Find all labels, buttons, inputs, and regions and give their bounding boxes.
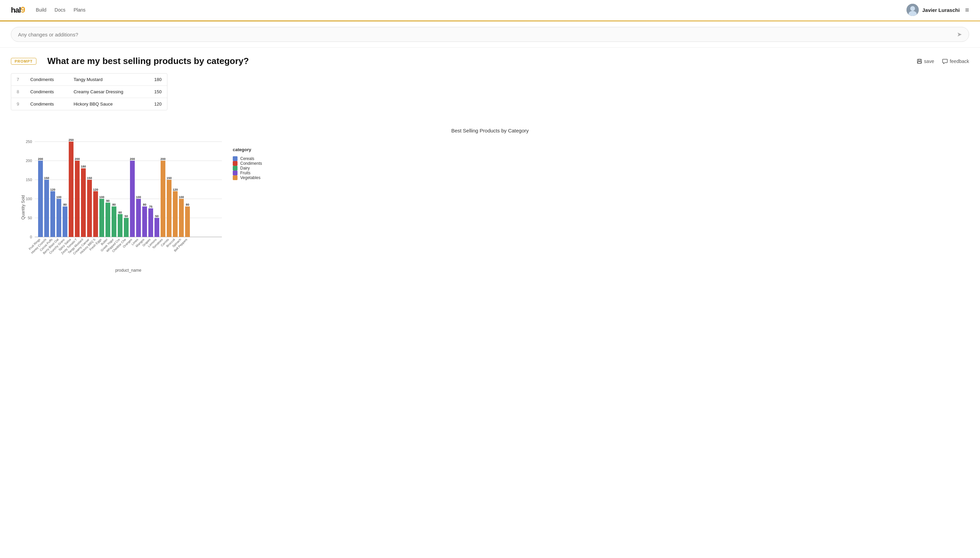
bar xyxy=(160,161,165,237)
save-button[interactable]: save xyxy=(917,59,934,64)
bar xyxy=(142,206,147,237)
prompt-label: PROMPT xyxy=(11,58,36,65)
svg-text:60: 60 xyxy=(118,211,122,214)
search-box: ➤ xyxy=(11,27,969,42)
legend-item: Vegetables xyxy=(233,175,262,180)
username: Javier Luraschi xyxy=(922,7,960,13)
legend-item: Fruits xyxy=(233,171,262,175)
svg-text:100: 100 xyxy=(26,197,32,201)
svg-text:80: 80 xyxy=(186,203,189,206)
header: hal9 Build Docs Plans Javier Luraschi ≡ xyxy=(0,0,980,21)
bar xyxy=(148,208,153,237)
svg-text:80: 80 xyxy=(112,203,116,206)
row-value: 120 xyxy=(144,98,167,110)
svg-text:50: 50 xyxy=(28,216,32,220)
legend-color xyxy=(233,175,237,180)
bar xyxy=(99,199,104,237)
svg-text:90: 90 xyxy=(106,199,110,203)
bar xyxy=(69,142,74,237)
svg-rect-5 xyxy=(918,62,921,63)
nav-docs[interactable]: Docs xyxy=(54,7,65,13)
svg-text:200: 200 xyxy=(26,159,32,163)
nav: Build Docs Plans xyxy=(36,7,85,13)
y-axis-label: Quantity Sold xyxy=(21,195,26,219)
bar xyxy=(38,161,43,237)
bar xyxy=(93,191,98,237)
row-product: Creamy Caesar Dressing xyxy=(68,86,144,98)
row-product: Tangy Mustard xyxy=(68,74,144,86)
bar xyxy=(81,168,86,237)
bar xyxy=(130,161,135,237)
svg-text:150: 150 xyxy=(44,176,49,180)
legend-label: Vegetables xyxy=(240,175,260,180)
bar xyxy=(118,214,123,237)
svg-text:100: 100 xyxy=(99,195,104,199)
svg-text:200: 200 xyxy=(38,157,43,161)
row-num: 9 xyxy=(11,98,25,110)
logo-accent: 9 xyxy=(21,5,25,14)
save-icon xyxy=(917,59,922,64)
bar xyxy=(111,206,116,237)
svg-text:120: 120 xyxy=(93,188,98,191)
chart-section: Best Selling Products by Category Quanti… xyxy=(11,128,969,273)
svg-text:180: 180 xyxy=(81,165,86,168)
prompt-actions: save feedback xyxy=(917,59,969,64)
chart-area: Quantity Sold 050100150200250200Fruit Ri… xyxy=(11,142,222,273)
legend-item: Dairy xyxy=(233,166,262,171)
bar xyxy=(124,218,129,237)
svg-text:50: 50 xyxy=(124,215,128,218)
nav-plans[interactable]: Plans xyxy=(74,7,85,13)
svg-point-1 xyxy=(910,6,915,11)
results-table: 7CondimentsTangy Mustard1808CondimentsCr… xyxy=(11,74,167,110)
svg-text:75: 75 xyxy=(149,205,152,208)
svg-text:250: 250 xyxy=(69,138,74,142)
bar xyxy=(56,199,61,237)
svg-text:80: 80 xyxy=(63,203,67,206)
bar-chart: 050100150200250200Fruit Rings150Honey Cr… xyxy=(35,142,222,264)
send-icon[interactable]: ➤ xyxy=(957,31,962,38)
x-axis-label: product_name xyxy=(35,268,222,273)
legend-color xyxy=(233,156,237,161)
logo-text: hal9 xyxy=(11,5,25,15)
legend-item: Condiments xyxy=(233,161,262,166)
feedback-button[interactable]: feedback xyxy=(942,59,969,64)
menu-icon[interactable]: ≡ xyxy=(965,6,969,14)
svg-text:200: 200 xyxy=(75,157,80,161)
bar xyxy=(75,161,80,237)
bar xyxy=(62,206,67,237)
legend-color xyxy=(233,171,237,175)
legend-label: Fruits xyxy=(240,171,250,175)
legend-items: CerealsCondimentsDairyFruitsVegetables xyxy=(233,156,262,180)
bar xyxy=(136,199,141,237)
row-category: Condiments xyxy=(25,86,68,98)
svg-text:150: 150 xyxy=(26,178,32,182)
data-table: 7CondimentsTangy Mustard1808CondimentsCr… xyxy=(11,73,167,110)
svg-text:100: 100 xyxy=(56,195,61,199)
bar xyxy=(44,180,49,237)
legend-color xyxy=(233,161,237,166)
svg-text:250: 250 xyxy=(26,140,32,144)
row-num: 8 xyxy=(11,86,25,98)
row-num: 7 xyxy=(11,74,25,86)
search-input[interactable] xyxy=(18,32,957,38)
svg-text:200: 200 xyxy=(130,157,135,161)
bar xyxy=(51,191,55,237)
nav-build[interactable]: Build xyxy=(36,7,46,13)
bar xyxy=(105,203,110,237)
main-content: PROMPT What are my best selling products… xyxy=(0,48,980,281)
legend-label: Dairy xyxy=(240,166,250,171)
svg-text:100: 100 xyxy=(178,195,184,199)
header-right: Javier Luraschi ≡ xyxy=(906,4,969,16)
feedback-label: feedback xyxy=(950,59,969,64)
chart-wrapper: Quantity Sold 050100150200250200Fruit Ri… xyxy=(11,142,969,273)
svg-text:120: 120 xyxy=(50,188,55,191)
svg-text:200: 200 xyxy=(160,157,165,161)
bar xyxy=(167,180,172,237)
svg-text:100: 100 xyxy=(136,195,141,199)
bar xyxy=(154,218,159,237)
svg-text:80: 80 xyxy=(143,203,146,206)
table-row: 8CondimentsCreamy Caesar Dressing150 xyxy=(11,86,167,98)
svg-text:0: 0 xyxy=(30,235,32,239)
svg-rect-4 xyxy=(918,59,921,61)
row-category: Condiments xyxy=(25,74,68,86)
